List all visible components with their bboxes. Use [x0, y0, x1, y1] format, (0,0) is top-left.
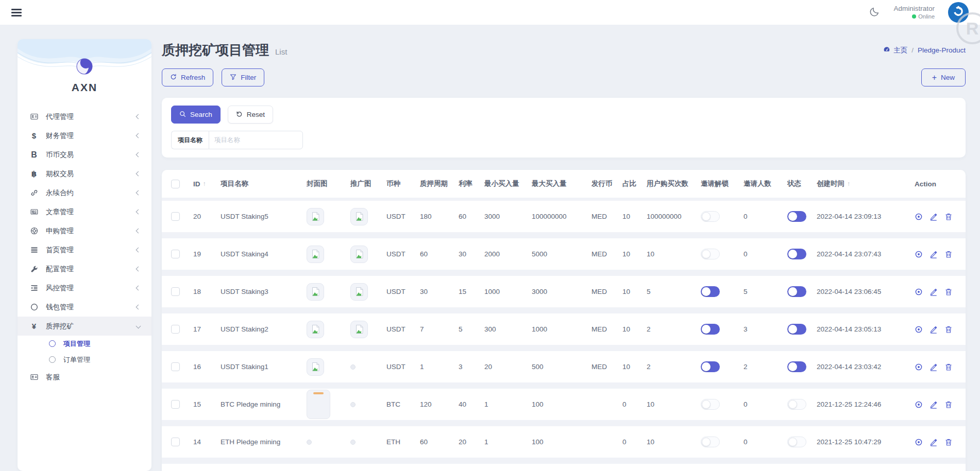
- sidebar-item-5[interactable]: 文章管理: [18, 202, 151, 221]
- table-header-row: ID↑项目名称封面图推广图币种质押周期利率最小买入量最大买入量发行币占比用户购买…: [162, 170, 966, 198]
- edit-icon[interactable]: [930, 288, 938, 296]
- search-panel: Search Reset 项目名称: [162, 98, 966, 158]
- sidebar-item-0[interactable]: 代理管理: [18, 107, 151, 126]
- name-header: 项目名称: [221, 179, 307, 188]
- edit-icon[interactable]: [930, 213, 938, 221]
- sidebar-item-7[interactable]: 首页管理: [18, 240, 151, 259]
- select-all-checkbox[interactable]: [171, 180, 180, 188]
- chain-icon: [29, 189, 39, 197]
- check-header[interactable]: [171, 180, 193, 188]
- delete-icon[interactable]: [944, 438, 953, 446]
- sidebar-subitem-1[interactable]: 订单管理: [18, 352, 151, 368]
- table-row: 13USDT Pledge miningUSDT1151001000001002…: [162, 464, 966, 471]
- action-cell: [915, 250, 956, 258]
- delete-icon[interactable]: [944, 363, 953, 371]
- dark-mode-toggle[interactable]: [870, 6, 880, 19]
- row-checkbox[interactable]: [171, 438, 180, 446]
- reset-button[interactable]: Reset: [228, 106, 273, 124]
- promo-image-icon: [350, 283, 368, 301]
- invite-unlock-toggle[interactable]: [701, 324, 720, 335]
- status-toggle[interactable]: [787, 286, 806, 297]
- view-icon[interactable]: [915, 250, 923, 258]
- view-icon[interactable]: [915, 400, 923, 409]
- cover-image-icon: [307, 358, 324, 376]
- id-cell: 17: [193, 325, 221, 333]
- search-button[interactable]: Search: [171, 106, 221, 124]
- page-subtitle: List: [275, 47, 287, 56]
- menu-toggle-icon[interactable]: [11, 7, 22, 18]
- period-cell: 60: [420, 438, 459, 446]
- sidebar-item-9[interactable]: 风控管理: [18, 278, 151, 298]
- delete-icon[interactable]: [944, 400, 953, 409]
- invites-cell: 0: [744, 250, 787, 258]
- life-ring-icon: [29, 227, 39, 235]
- buys-cell: 10: [647, 250, 701, 258]
- row-checkbox[interactable]: [171, 325, 180, 334]
- status-toggle[interactable]: [787, 324, 806, 335]
- status-toggle[interactable]: [787, 361, 806, 372]
- action-cell: [915, 213, 956, 221]
- check-cell: [171, 400, 193, 409]
- page-title: 质押挖矿项目管理: [162, 41, 269, 59]
- edit-icon[interactable]: [930, 400, 938, 409]
- cover-image-icon: [307, 283, 324, 301]
- breadcrumb-home-link[interactable]: 主页: [883, 46, 907, 55]
- sidebar-item-12[interactable]: 客服: [18, 368, 151, 387]
- id-card-icon: [29, 113, 39, 120]
- invite-unlock-toggle[interactable]: [701, 249, 720, 259]
- view-icon[interactable]: [915, 438, 923, 446]
- sidebar-item-6[interactable]: 申购管理: [18, 221, 151, 240]
- invite-unlock-toggle[interactable]: [701, 399, 720, 410]
- row-checkbox[interactable]: [171, 250, 180, 258]
- min-cell: 2000: [484, 250, 532, 258]
- status-toggle[interactable]: [787, 437, 806, 447]
- created-header[interactable]: 创建时间↑: [817, 179, 915, 188]
- view-icon[interactable]: [915, 325, 923, 334]
- delete-icon[interactable]: [944, 288, 953, 296]
- sidebar-item-2[interactable]: B币币交易: [18, 145, 151, 164]
- invite-unlock-toggle[interactable]: [701, 286, 720, 297]
- max-cell: 100: [532, 438, 592, 446]
- sidebar-item-8[interactable]: 配置管理: [18, 259, 151, 278]
- delete-icon[interactable]: [944, 325, 953, 334]
- delete-icon[interactable]: [944, 250, 953, 258]
- new-button[interactable]: + New: [921, 68, 966, 86]
- check-cell: [171, 287, 193, 296]
- sidebar-item-11[interactable]: ¥质押挖矿: [18, 317, 151, 336]
- status-toggle[interactable]: [787, 249, 806, 259]
- invite-unlock-toggle[interactable]: [701, 211, 720, 222]
- invite-unlock-toggle[interactable]: [701, 437, 720, 447]
- status-toggle[interactable]: [787, 211, 806, 222]
- cover-cell: [307, 283, 350, 301]
- status-toggle[interactable]: [787, 399, 806, 410]
- refresh-button[interactable]: Refresh: [162, 68, 213, 86]
- delete-icon[interactable]: [944, 213, 953, 221]
- edit-icon[interactable]: [930, 325, 938, 334]
- min-header: 最小买入量: [484, 179, 532, 188]
- sidebar-item-4[interactable]: 永续合约: [18, 183, 151, 202]
- invite-unlock-toggle[interactable]: [701, 361, 720, 372]
- max-cell: 5000: [532, 250, 592, 258]
- dollar-icon: $: [29, 131, 39, 140]
- edit-icon[interactable]: [930, 250, 938, 258]
- sidebar-item-10[interactable]: 钱包管理: [18, 298, 151, 317]
- sidebar-subitem-0[interactable]: 项目管理: [18, 336, 151, 352]
- min-cell: 1000: [484, 288, 532, 295]
- edit-icon[interactable]: [930, 438, 938, 446]
- view-icon[interactable]: [915, 363, 923, 371]
- name-cell: USDT Staking2: [221, 325, 307, 333]
- view-icon[interactable]: [915, 288, 923, 296]
- project-name-input[interactable]: [209, 131, 303, 149]
- breadcrumb-current[interactable]: Pledge-Product: [918, 46, 966, 54]
- view-icon[interactable]: [915, 213, 923, 221]
- id-header[interactable]: ID↑: [193, 180, 221, 188]
- sidebar-item-3[interactable]: ฿期权交易: [18, 164, 151, 183]
- sidebar-item-1[interactable]: $财务管理: [18, 126, 151, 145]
- row-checkbox[interactable]: [171, 362, 180, 371]
- row-checkbox[interactable]: [171, 287, 180, 296]
- row-checkbox[interactable]: [171, 212, 180, 221]
- row-checkbox[interactable]: [171, 400, 180, 409]
- rate-cell: 15: [459, 288, 484, 295]
- filter-button[interactable]: Filter: [222, 68, 264, 86]
- edit-icon[interactable]: [930, 363, 938, 371]
